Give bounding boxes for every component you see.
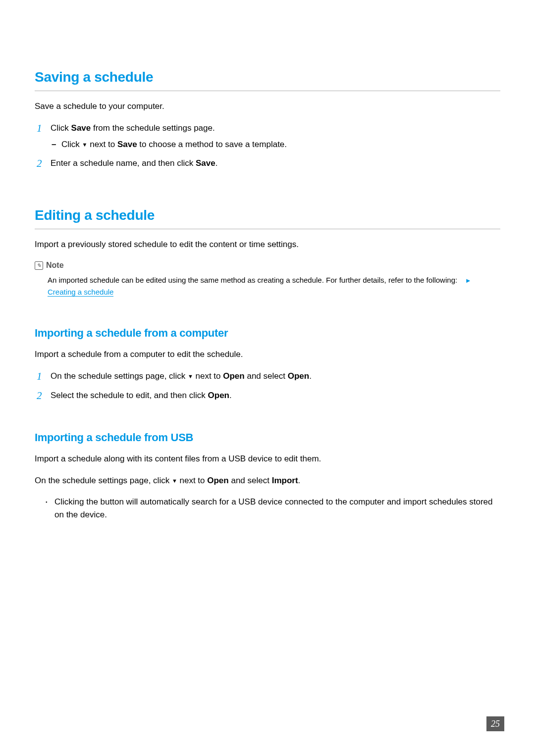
text: from the schedule settings page. xyxy=(91,123,214,133)
text: Click xyxy=(61,140,82,149)
import-computer-steps: 1 On the schedule settings page, click ▼… xyxy=(37,370,500,403)
step-1: 1 Click Save from the schedule settings … xyxy=(37,122,500,151)
note-head: ✎ Note xyxy=(35,259,500,271)
note-block: ✎ Note An imported schedule can be edite… xyxy=(35,259,500,298)
heading-import-computer: Importing a schedule from a computer xyxy=(35,325,500,341)
section-editing: Editing a schedule Import a previously s… xyxy=(35,205,500,299)
saving-steps: 1 Click Save from the schedule settings … xyxy=(37,122,500,170)
section-import-computer: Importing a schedule from a computer Imp… xyxy=(35,325,500,403)
bold: Save xyxy=(117,140,137,149)
step-body: On the schedule settings page, click ▼ n… xyxy=(51,370,500,383)
step-number: 2 xyxy=(37,389,51,403)
editing-intro: Import a previously stored schedule to e… xyxy=(35,238,500,251)
text: and select xyxy=(229,476,272,485)
step-1: 1 On the schedule settings page, click ▼… xyxy=(37,370,500,383)
text: . xyxy=(229,391,232,400)
import-usb-intro: Import a schedule along with its content… xyxy=(35,453,500,465)
section-import-usb: Importing a schedule from USB Import a s… xyxy=(35,429,500,521)
bold: Save xyxy=(196,158,215,168)
step-2: 2 Select the schedule to edit, and then … xyxy=(37,389,500,403)
usb-bullet: ▪ Clicking the button will automatically… xyxy=(46,496,500,521)
sub-bullet: – Click ▼ next to Save to choose a metho… xyxy=(52,138,500,151)
square-bullet-icon: ▪ xyxy=(46,496,54,521)
text: Enter a schedule name, and then click xyxy=(51,158,196,168)
note-text: An imported schedule can be edited using… xyxy=(48,276,457,284)
bold: Open xyxy=(223,371,244,381)
note-label: Note xyxy=(46,259,64,271)
text: next to xyxy=(87,140,117,149)
down-arrow-icon: ▼ xyxy=(82,142,88,148)
heading-saving: Saving a schedule xyxy=(35,67,500,91)
step-2: 2 Enter a schedule name, and then click … xyxy=(37,157,500,170)
step-body: Select the schedule to edit, and then cl… xyxy=(51,389,500,402)
right-arrow-icon: ► xyxy=(465,277,472,284)
text: . xyxy=(298,476,301,485)
text: to choose a method to save a template. xyxy=(137,140,287,149)
step-body: Click Save from the schedule settings pa… xyxy=(51,122,500,151)
text: next to xyxy=(193,371,223,381)
text: next to xyxy=(177,476,207,485)
section-saving: Saving a schedule Save a schedule to you… xyxy=(35,67,500,170)
text: Click xyxy=(51,123,71,133)
down-arrow-icon: ▼ xyxy=(188,373,193,379)
step-number: 1 xyxy=(37,122,51,135)
heading-import-usb: Importing a schedule from USB xyxy=(35,429,500,446)
note-body: An imported schedule can be edited using… xyxy=(48,274,500,298)
saving-intro: Save a schedule to your computer. xyxy=(35,100,500,113)
sub-bullet-text: Click ▼ next to Save to choose a method … xyxy=(61,138,500,151)
step-number: 1 xyxy=(37,370,51,383)
step-number: 2 xyxy=(37,157,51,170)
bold: Open xyxy=(288,371,309,381)
text: Select the schedule to edit, and then cl… xyxy=(51,391,208,400)
down-arrow-icon: ▼ xyxy=(172,478,177,484)
bold: Open xyxy=(207,476,228,485)
import-computer-intro: Import a schedule from a computer to edi… xyxy=(35,348,500,361)
link-creating-schedule[interactable]: Creating a schedule xyxy=(48,288,113,297)
bold: Open xyxy=(208,391,229,400)
dash-icon: – xyxy=(52,138,61,151)
text: . xyxy=(309,371,312,381)
step-body: Enter a schedule name, and then click Sa… xyxy=(51,157,500,170)
text: On the schedule settings page, click xyxy=(35,476,172,485)
text: . xyxy=(215,158,218,168)
note-icon: ✎ xyxy=(35,261,43,270)
import-usb-line: On the schedule settings page, click ▼ n… xyxy=(35,474,500,487)
text: On the schedule settings page, click xyxy=(51,371,188,381)
bold: Import xyxy=(272,476,298,485)
bold: Save xyxy=(71,123,91,133)
text: and select xyxy=(245,371,288,381)
heading-editing: Editing a schedule xyxy=(35,205,500,229)
page-number: 25 xyxy=(486,716,504,731)
usb-bullet-text: Clicking the button will automatically s… xyxy=(54,496,500,521)
